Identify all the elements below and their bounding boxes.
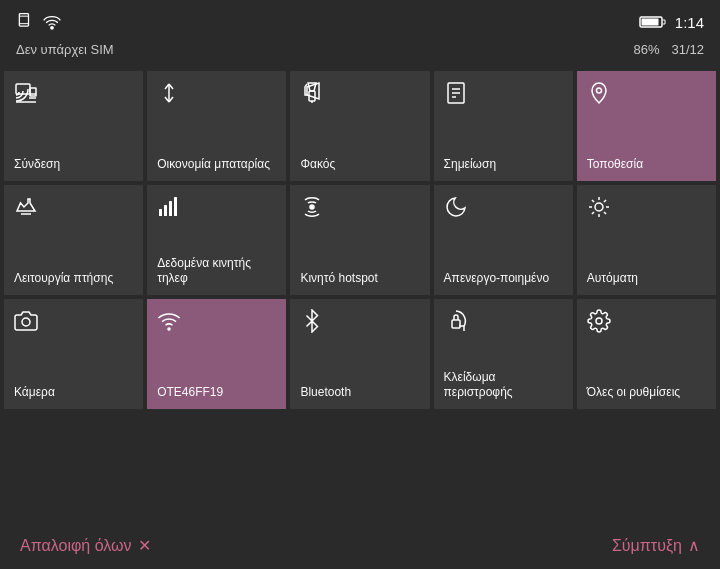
tile-label-syndesmos: Σύνδεση xyxy=(14,157,60,173)
tile-label-bluetooth: Bluetooth xyxy=(300,385,351,401)
svg-rect-25 xyxy=(159,209,162,216)
svg-point-42 xyxy=(596,318,602,324)
tile-label-oikonomia: Οικονομία μπαταρίας xyxy=(157,157,270,173)
tile-settings[interactable]: Όλες οι ρυθμίσεις xyxy=(577,299,716,409)
tile-label-settings: Όλες οι ρυθμίσεις xyxy=(587,385,680,401)
bottom-bar: Απαλοιφή όλων ✕ Σύμπτυξη ∧ xyxy=(0,522,720,569)
tile-ote[interactable]: OTE46FF19 xyxy=(147,299,286,409)
tile-label-topothesia: Τοποθεσία xyxy=(587,157,643,173)
bluetooth-icon xyxy=(300,309,324,337)
battery-saver-icon xyxy=(157,81,181,109)
svg-rect-0 xyxy=(19,14,28,27)
tile-topothesia[interactable]: Τοποθεσία xyxy=(577,71,716,181)
battery-percent: 86% xyxy=(633,42,659,57)
signal-icon xyxy=(157,195,181,223)
time: 1:14 xyxy=(675,14,704,31)
tile-label-ote: OTE46FF19 xyxy=(157,385,223,401)
collapse-button[interactable]: Σύμπτυξη ∧ xyxy=(612,536,700,555)
cast-icon xyxy=(14,81,38,109)
svg-point-30 xyxy=(595,203,603,211)
svg-line-38 xyxy=(592,212,594,214)
tile-label-hotspot: Κινητό hotspot xyxy=(300,271,377,287)
svg-rect-26 xyxy=(164,205,167,216)
svg-rect-10 xyxy=(30,88,36,96)
close-icon: ✕ xyxy=(138,536,151,555)
tile-label-fakos: Φακός xyxy=(300,157,335,173)
svg-rect-28 xyxy=(174,197,177,216)
sim-row: Δεν υπάρχει SIM 86% 31/12 xyxy=(0,40,720,67)
clear-all-button[interactable]: Απαλοιφή όλων ✕ xyxy=(20,536,151,555)
airplane-icon xyxy=(14,195,38,223)
tile-fakos[interactable]: Φακός xyxy=(290,71,429,181)
tile-oikonomia[interactable]: Οικονομία μπαταρίας xyxy=(147,71,286,181)
svg-rect-27 xyxy=(169,201,172,216)
location-icon xyxy=(587,81,611,109)
svg-point-23 xyxy=(596,88,601,93)
svg-line-37 xyxy=(604,200,606,202)
svg-point-29 xyxy=(310,205,314,209)
tile-label-kamera: Κάμερα xyxy=(14,385,55,401)
tile-dedomena[interactable]: Δεδομένα κινητής τηλεφ xyxy=(147,185,286,295)
tile-label-moon: Απενεργο-ποιημένο xyxy=(444,271,550,287)
tile-moon[interactable]: Απενεργο-ποιημένο xyxy=(434,185,573,295)
battery-icon xyxy=(639,15,667,29)
camera-icon xyxy=(14,309,38,337)
flashlight-icon xyxy=(300,81,324,109)
phone-icon xyxy=(16,12,36,32)
clear-all-label: Απαλοιφή όλων xyxy=(20,537,132,555)
tile-brightness[interactable]: Αυτόματη xyxy=(577,185,716,295)
sim-text: Δεν υπάρχει SIM xyxy=(16,42,114,57)
sim-right: 86% 31/12 xyxy=(633,42,704,57)
moon-icon xyxy=(444,195,468,223)
tile-hotspot[interactable]: Κινητό hotspot xyxy=(290,185,429,295)
brightness-icon xyxy=(587,195,611,223)
svg-rect-41 xyxy=(452,320,460,328)
tile-label-airplane: Λειτουργία πτήσης xyxy=(14,271,113,287)
svg-point-3 xyxy=(51,27,54,30)
tile-syndesmos[interactable]: Σύνδεση xyxy=(4,71,143,181)
tile-kamera[interactable]: Κάμερα xyxy=(4,299,143,409)
wifi-icon xyxy=(157,309,181,337)
svg-line-36 xyxy=(604,212,606,214)
status-bar: 1:14 xyxy=(0,0,720,40)
date: 31/12 xyxy=(671,42,704,57)
tile-airplane[interactable]: Λειτουργία πτήσης xyxy=(4,185,143,295)
note-icon xyxy=(444,81,468,109)
status-left-icons xyxy=(16,12,62,32)
chevron-up-icon: ∧ xyxy=(688,536,700,555)
tile-bluetooth[interactable]: Bluetooth xyxy=(290,299,429,409)
quick-actions-grid: Σύνδεση Οικονομία μπαταρίας xyxy=(0,67,720,413)
tile-label-dedomena: Δεδομένα κινητής τηλεφ xyxy=(157,256,276,287)
status-right: 1:14 xyxy=(639,14,704,31)
tile-label-rotate-lock: Κλείδωμα περιστροφής xyxy=(444,370,563,401)
settings-icon xyxy=(587,309,611,337)
svg-point-40 xyxy=(168,328,170,330)
tile-label-brightness: Αυτόματη xyxy=(587,271,638,287)
tile-label-simeiosi: Σημείωση xyxy=(444,157,496,173)
svg-rect-5 xyxy=(641,19,658,26)
collapse-label: Σύμπτυξη xyxy=(612,537,682,555)
svg-line-35 xyxy=(592,200,594,202)
wifi-signal-icon xyxy=(42,12,62,32)
rotate-lock-icon xyxy=(444,309,468,337)
tile-rotate-lock[interactable]: Κλείδωμα περιστροφής xyxy=(434,299,573,409)
svg-point-39 xyxy=(22,318,30,326)
hotspot-icon xyxy=(300,195,324,223)
tile-simeiosi[interactable]: Σημείωση xyxy=(434,71,573,181)
